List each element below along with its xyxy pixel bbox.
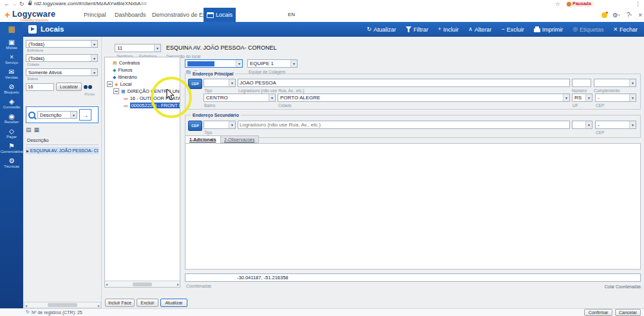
sidebar-item-receber[interactable]: Receber bbox=[5, 113, 19, 124]
browser-forward-icon[interactable] bbox=[12, 0, 17, 8]
status-select[interactable]: Somente Ativos bbox=[26, 68, 98, 76]
help-button[interactable]: ? bbox=[627, 8, 632, 23]
ponto-input[interactable] bbox=[26, 83, 54, 91]
commission-icon bbox=[9, 98, 14, 105]
uf-select[interactable]: RS bbox=[572, 94, 592, 102]
sidebar-item-comercializa[interactable]: Comercializa bbox=[1, 143, 23, 154]
cancelar-button[interactable]: Cancelar bbox=[615, 309, 641, 316]
browser-profile-badge[interactable]: Pausada bbox=[565, 1, 594, 7]
bairro-label: Bairro bbox=[204, 103, 215, 108]
incluir-face-button[interactable]: Incluir Face bbox=[105, 299, 135, 307]
cep-value: - bbox=[598, 95, 600, 101]
equipe-value: EQUIPE 1 bbox=[250, 61, 274, 66]
cep-select[interactable]: - bbox=[595, 94, 636, 102]
sidebar-item-midias[interactable]: Mídias bbox=[6, 39, 17, 50]
flag-icon bbox=[8, 143, 14, 150]
settings-gear-icon[interactable] bbox=[612, 8, 620, 23]
sidebar-item-vendas[interactable]: Vendas bbox=[5, 68, 18, 80]
regiao-select[interactable] bbox=[185, 59, 243, 68]
bookmark-star-icon[interactable] bbox=[555, 0, 560, 8]
tab-observacoes[interactable]: 2-Observacoes bbox=[220, 135, 259, 143]
locale-label[interactable]: EN bbox=[288, 8, 295, 22]
scroll-left-icon[interactable] bbox=[106, 282, 108, 286]
sidebar-item-pagar[interactable]: Pagar bbox=[6, 128, 17, 139]
numero-label: Número bbox=[572, 88, 587, 93]
confirmar-button[interactable]: Confirmar bbox=[584, 309, 612, 316]
close-module-button[interactable]: Fechar bbox=[614, 26, 638, 33]
clipboard-icon[interactable] bbox=[26, 126, 32, 133]
territorio-select[interactable]: 11 bbox=[115, 44, 161, 52]
collapse-icon[interactable] bbox=[107, 81, 113, 87]
bairro-value: CENTRO bbox=[206, 95, 228, 101]
list-tools bbox=[26, 126, 99, 133]
print-button[interactable]: Imprimir bbox=[534, 26, 564, 33]
logo-text[interactable]: Logycware bbox=[12, 10, 55, 19]
filter-button[interactable]: Filtrar bbox=[406, 26, 428, 33]
search-field-select[interactable]: Descrição bbox=[37, 111, 77, 119]
collapse-icon[interactable] bbox=[113, 88, 119, 94]
uf-value: RS bbox=[574, 95, 582, 101]
refresh-count-icon[interactable] bbox=[26, 310, 30, 315]
tree-label: Fluxos bbox=[118, 67, 132, 73]
atualizar-face-button[interactable]: Atualizar bbox=[160, 299, 187, 307]
delete-button[interactable]: Excluir bbox=[501, 26, 524, 33]
action-label: Etiquetas bbox=[580, 26, 604, 33]
numero-input[interactable] bbox=[572, 79, 591, 87]
browser-menu-icon[interactable] bbox=[635, 0, 641, 8]
search-go-button[interactable] bbox=[79, 109, 91, 121]
scroll-left-icon[interactable] bbox=[25, 303, 27, 308]
nav-principal[interactable]: Principal bbox=[84, 8, 106, 22]
scroll-right-icon[interactable] bbox=[98, 303, 100, 308]
logradouro-input[interactable] bbox=[238, 79, 570, 87]
bairro-select[interactable]: CENTRO bbox=[204, 94, 276, 102]
colar-coordenadas-link[interactable]: Colar Coordenadas bbox=[567, 284, 641, 289]
notification-bulb-icon[interactable] bbox=[601, 12, 607, 18]
cep2-select[interactable]: - bbox=[595, 121, 636, 129]
logo-plus-icon: + bbox=[5, 9, 10, 21]
sidebar-item-comissao[interactable]: Comissão bbox=[3, 98, 21, 110]
lock-icon[interactable] bbox=[28, 3, 32, 5]
sidebar-item-tecnicas[interactable]: Técnicas bbox=[4, 157, 19, 169]
binoculars-icon[interactable] bbox=[84, 85, 88, 89]
sidebar-item-label: Comissão bbox=[3, 105, 21, 110]
coordenadas-field[interactable]: -30.041187, -51.216358 bbox=[185, 273, 641, 282]
url-bar[interactable]: rd2.logycware.com/#/client/MzAAYwBIeXNxb… bbox=[34, 0, 147, 8]
tree-item-contratos[interactable]: Contratos bbox=[105, 59, 180, 66]
equipe-select[interactable]: EQUIPE 1 bbox=[247, 59, 298, 68]
cep-lookup-button[interactable]: CEP bbox=[188, 79, 202, 89]
nav-locais-active[interactable]: Locais bbox=[204, 8, 236, 22]
panel-hscrollbar[interactable] bbox=[24, 302, 101, 308]
add-button[interactable]: Incluir bbox=[438, 26, 459, 33]
scroll-thumb[interactable] bbox=[133, 282, 152, 286]
scroll-thumb[interactable] bbox=[48, 303, 77, 307]
list-item-selected[interactable]: ESQUINA AV. JOÃO PESSOA- CORONEL bbox=[26, 147, 99, 154]
tipo-select[interactable] bbox=[204, 79, 236, 87]
refresh-button[interactable]: Atualizar bbox=[366, 26, 396, 33]
edit-button[interactable]: Alterar bbox=[468, 26, 491, 33]
cidade-form-select[interactable]: PORTO ALEGRE bbox=[278, 94, 570, 102]
exibidora-select[interactable]: (Todas) bbox=[26, 40, 98, 48]
sidebar-item-bloqueio[interactable]: Bloqueio bbox=[4, 83, 19, 95]
scroll-right-icon[interactable] bbox=[177, 282, 179, 286]
nav-dashboards[interactable]: Dashboards bbox=[115, 8, 146, 22]
complemento-select[interactable] bbox=[594, 79, 636, 87]
cidade-select[interactable]: (Todas) bbox=[26, 54, 98, 62]
tag-icon bbox=[573, 26, 578, 32]
sidebar-item-servico[interactable]: Serviço bbox=[5, 54, 18, 65]
apps-grid-icon[interactable] bbox=[0, 25, 23, 34]
browser-back-icon[interactable] bbox=[4, 0, 10, 8]
tree-hscrollbar[interactable] bbox=[105, 281, 180, 287]
localizar-button[interactable]: Localizar bbox=[56, 83, 82, 91]
copy-icon[interactable] bbox=[34, 126, 40, 133]
media-icon bbox=[8, 39, 15, 46]
adicionais-content-area[interactable] bbox=[185, 143, 641, 270]
tree-item-fluxos[interactable]: Fluxos bbox=[105, 66, 180, 74]
cep-lookup-button[interactable]: CEP bbox=[188, 121, 202, 131]
excluir-face-button[interactable]: Excluir bbox=[137, 299, 158, 307]
tab-adicionais[interactable]: 1-Adicionais bbox=[185, 135, 221, 143]
logradouro2-input[interactable] bbox=[238, 121, 570, 129]
browser-reload-icon[interactable] bbox=[19, 0, 24, 8]
uf2-select[interactable] bbox=[572, 121, 592, 129]
close-app-icon[interactable] bbox=[638, 8, 642, 22]
tipo2-select[interactable] bbox=[204, 121, 236, 129]
